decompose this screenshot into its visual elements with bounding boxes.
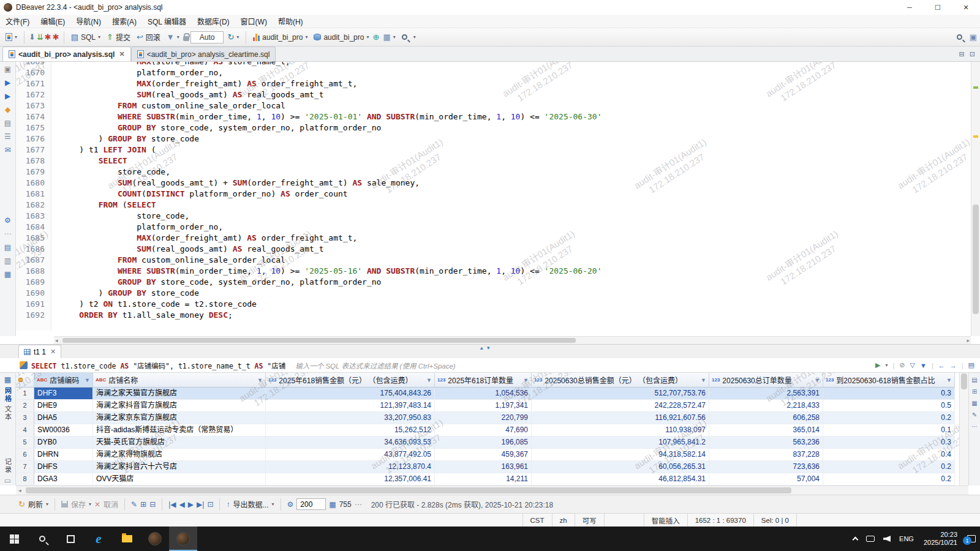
table-cell[interactable]: 海澜之家天猫官方旗舰店 (93, 388, 266, 399)
refresh-caret[interactable]: ▾ (46, 501, 48, 507)
table-cell[interactable]: 57,004 (709, 473, 823, 485)
code-line[interactable]: SUM(real_goods_amt) AS real_goods_amt_t (60, 89, 971, 100)
table-row[interactable]: 3DHA5海澜之家京东官方旗舰店33,207,950.83220,799116,… (16, 412, 955, 424)
table-cell[interactable]: 220,799 (435, 412, 532, 424)
table-cell[interactable]: 14,211 (435, 473, 532, 485)
fetch-all-count[interactable]: 755 (339, 500, 352, 509)
code-line[interactable]: ) GROUP BY store_code (60, 133, 971, 144)
projects-icon[interactable]: ◆ (3, 105, 13, 114)
table-cell[interactable]: 116,921,607.56 (532, 412, 709, 424)
value-viewer-icon[interactable]: ▤ (971, 377, 977, 383)
table-cell[interactable]: 46,812,854.31 (532, 473, 709, 485)
table-cell[interactable]: 0.2 (823, 461, 955, 473)
column-filter-icon[interactable]: ▼ (85, 377, 90, 383)
column-header[interactable]: 1232025年618订单数量▼ (435, 373, 532, 387)
tray-expand-button[interactable] (849, 527, 862, 551)
db-browser-icon[interactable]: ▶ (3, 92, 13, 101)
calc-panel-icon[interactable]: ⊞ (972, 388, 977, 395)
vscroll-thumb[interactable] (961, 373, 967, 389)
code-area[interactable]: MAX(store_name) AS store_name_t, platfor… (51, 62, 971, 331)
new-sql-editor-button[interactable]: ▾ (3, 32, 20, 42)
table-cell[interactable]: 0.1 (823, 424, 955, 436)
transaction-log-button[interactable]: ↻▾ (225, 32, 241, 43)
table-cell[interactable]: DYB0 (34, 437, 93, 448)
outline-icon[interactable]: ▤ (3, 119, 13, 128)
table-cell[interactable]: 抖音-adidas斯搏兹运动专卖店（常熟贸易） (93, 424, 266, 436)
taskbar-search-button[interactable] (28, 527, 56, 551)
table-cell[interactable]: 94,318,582.14 (532, 449, 709, 460)
minimize-view-icon[interactable]: ⊟ (959, 50, 965, 58)
delete-row-icon[interactable]: ⊟ (149, 500, 156, 509)
refresh-button[interactable]: 刷新 (28, 499, 43, 509)
hscroll-thumb[interactable] (62, 338, 576, 343)
table-cell[interactable]: 12,357,006.41 (266, 473, 435, 485)
sql-menu-button[interactable]: ▤SQL▾ (69, 32, 103, 43)
table-cell[interactable]: DHF3 (34, 388, 93, 399)
prev-row-icon[interactable]: ◀ (179, 500, 185, 509)
timezone-indicator[interactable]: CST (522, 514, 552, 527)
grid-vscrollbar[interactable] (959, 373, 968, 485)
menu-search[interactable]: 搜索(A) (107, 15, 142, 28)
table-cell[interactable]: 1,054,536 (435, 388, 532, 399)
editor-vscrollbar[interactable] (971, 62, 980, 336)
code-line[interactable]: ) t1 LEFT JOIN ( (60, 144, 971, 156)
hscroll-thumb[interactable] (26, 487, 791, 493)
table-cell[interactable]: OVV天猫店 (93, 473, 266, 485)
menu-sql-editor[interactable]: SQL 编辑器 (142, 15, 192, 28)
abort-all-icon[interactable]: ✱ (53, 33, 59, 42)
result-tab-close-icon[interactable]: ✕ (50, 348, 56, 356)
row-number[interactable]: 3 (16, 412, 34, 424)
table-cell[interactable]: 0.2 (823, 473, 955, 485)
clear-filter-icon[interactable]: ⊘ (899, 361, 905, 369)
add-row-icon[interactable]: ⊞ (140, 500, 146, 509)
table-cell[interactable]: 563,236 (709, 437, 823, 448)
table-cell[interactable]: 2,218,433 (709, 400, 823, 411)
restore-panel-icon[interactable]: ▣ (3, 65, 13, 74)
row-number[interactable]: 5 (16, 437, 34, 448)
code-line[interactable]: MAX(order_freight_amt) AS order_freight_… (60, 78, 971, 89)
table-cell[interactable]: 34,636,093.53 (266, 437, 435, 448)
code-line[interactable]: SELECT (60, 156, 971, 167)
result-tab[interactable]: t1 1 ✕ (18, 345, 61, 358)
table-cell[interactable]: 12,123,870.4 (266, 461, 435, 473)
table-cell[interactable]: DHRN (34, 449, 93, 460)
start-button[interactable] (0, 527, 28, 551)
column-header[interactable]: 123到20250630-618销售金额占比▼ (823, 373, 955, 387)
filter-save-icon[interactable]: ▼ (920, 362, 927, 369)
table-cell[interactable]: 海澜之家得物旗舰店 (93, 449, 266, 460)
table-cell[interactable]: 723,636 (709, 461, 823, 473)
script-copy-icon[interactable]: ▥ (3, 257, 13, 266)
column-filter-icon[interactable]: ▼ (257, 377, 263, 383)
edit-value-icon[interactable]: ✎ (972, 411, 977, 418)
language-indicator[interactable]: zh (552, 514, 575, 527)
table-cell[interactable]: 196,085 (435, 437, 532, 448)
table-cell[interactable]: 33,207,950.83 (266, 412, 435, 424)
table-row[interactable]: 4SW00036抖音-adidas斯搏兹运动专卖店（常熟贸易）15,262,51… (16, 424, 955, 437)
code-line[interactable]: GROUP BY store_code, system_order_no, pl… (60, 122, 971, 133)
editor-hscrollbar[interactable]: ◂ ▸ (54, 336, 971, 344)
table-cell[interactable]: 60,056,265.31 (532, 461, 709, 473)
code-line[interactable]: SUM(real_goods_amt) AS real_goods_amt_t (60, 244, 971, 255)
table-cell[interactable]: 15,262,512 (266, 424, 435, 436)
table-cell[interactable]: 175,404,843.26 (266, 388, 435, 399)
grid-tools-button[interactable]: ▦▾ (380, 32, 398, 43)
export-data-button[interactable]: 导出数据... (233, 499, 268, 509)
messages-icon[interactable]: ✉ (3, 146, 13, 155)
table-cell[interactable]: 海澜之家抖音官方旗舰店 (93, 400, 266, 411)
more-panels-icon[interactable]: ⋯ (971, 423, 978, 430)
code-line[interactable]: WHERE SUBSTR(min_order_time, 1, 10) >= '… (60, 111, 971, 122)
filter-settings-icon[interactable]: ▽ (910, 361, 915, 369)
settings-gear-icon[interactable]: ⚙ (3, 216, 13, 225)
table-cell[interactable]: 0.3 (823, 437, 955, 448)
row-number[interactable]: 8 (16, 473, 34, 485)
maximize-button[interactable]: ☐ (924, 0, 952, 15)
history-back-icon[interactable]: ← (938, 362, 945, 369)
column-filter-icon[interactable]: ▼ (701, 377, 706, 383)
code-line[interactable]: MAX(store_name) AS store_name_t, (60, 62, 971, 67)
code-line[interactable]: platform_order_no, (60, 67, 971, 78)
dbeaver-active-taskbar-button[interactable] (169, 527, 197, 551)
table-cell[interactable]: 365,014 (709, 424, 823, 436)
table-cell[interactable]: 海澜之家京东官方旗舰店 (93, 412, 266, 424)
database-selector[interactable]: audit_bi_pro▾ (311, 32, 371, 43)
record-icon[interactable]: ▭ (3, 476, 13, 485)
